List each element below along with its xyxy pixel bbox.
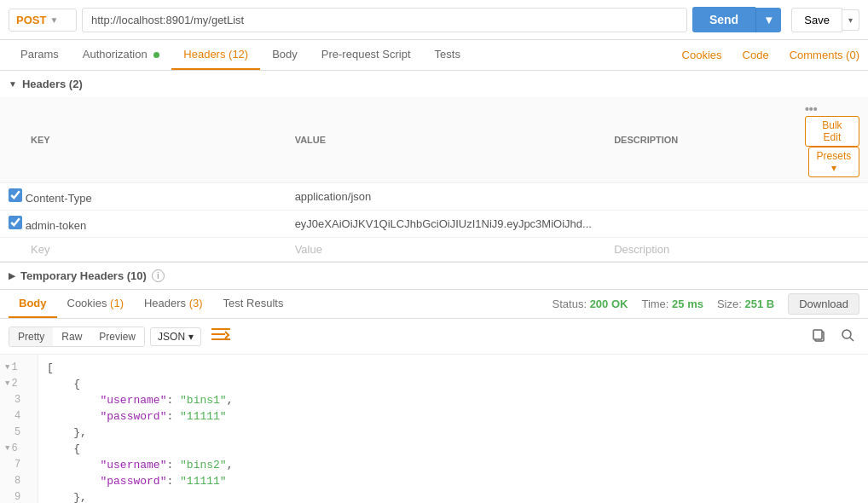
collapse-arrow[interactable]: ▼ <box>5 360 9 376</box>
collapse-arrow[interactable]: ▼ <box>5 441 9 457</box>
svg-line-6 <box>850 338 854 341</box>
placeholder-value[interactable]: Value <box>286 238 606 262</box>
bulk-edit-button[interactable]: Bulk Edit <box>805 116 859 147</box>
info-icon[interactable]: i <box>152 269 165 282</box>
save-btn-group: Save ▾ <box>791 8 859 32</box>
line-num: ▼1 <box>0 360 38 376</box>
resp-tab-test-results[interactable]: Test Results <box>213 290 294 318</box>
json-format-label: JSON <box>158 331 185 343</box>
temp-headers-section[interactable]: ▶ Temporary Headers (10) i <box>0 263 868 290</box>
send-button[interactable]: Send <box>692 7 755 32</box>
line-num: 8 <box>0 473 38 489</box>
header-row-value: application/json <box>286 183 606 211</box>
save-button[interactable]: Save <box>791 8 842 32</box>
status-label: Status: 200 OK <box>553 298 628 310</box>
collapse-arrow[interactable]: ▼ <box>5 376 9 392</box>
line-num: ▼6 <box>0 441 38 457</box>
col-desc-header: DESCRIPTION <box>605 97 796 183</box>
tab-authorization[interactable]: Authorization <box>71 40 172 70</box>
line-num: 7 <box>0 457 38 473</box>
response-body-toolbar: Pretty Raw Preview JSON ▾ <box>0 319 868 355</box>
comments-link[interactable]: Comments (0) <box>790 49 859 61</box>
save-dropdown-button[interactable]: ▾ <box>842 9 859 31</box>
tab-prerequest[interactable]: Pre-request Script <box>310 40 423 70</box>
code-line: "password": "11111" <box>47 408 859 425</box>
cookies-badge: (1) <box>110 297 124 309</box>
wrap-button[interactable] <box>206 324 235 349</box>
resp-tab-headers[interactable]: Headers (3) <box>134 290 213 318</box>
format-tab-pretty[interactable]: Pretty <box>9 327 53 346</box>
format-tab-raw[interactable]: Raw <box>53 327 90 346</box>
header-row-key: Content-Type <box>0 183 286 211</box>
placeholder-desc[interactable]: Description <box>605 238 796 262</box>
header-row-desc <box>605 183 796 211</box>
method-dropdown-arrow: ▼ <box>49 15 58 25</box>
headers-table: KEY VALUE DESCRIPTION ••• Bulk Edit Pres… <box>0 97 868 262</box>
copy-button[interactable] <box>807 326 830 348</box>
svg-rect-2 <box>211 338 230 340</box>
temp-section-label: Temporary Headers (10) <box>20 269 147 282</box>
search-icon <box>841 328 854 342</box>
copy-icon <box>812 328 825 342</box>
headers-table-header-row: KEY VALUE DESCRIPTION ••• Bulk Edit Pres… <box>0 97 868 183</box>
response-status: Status: 200 OK Time: 25 ms Size: 251 B D… <box>553 293 859 315</box>
code-line: }, <box>47 489 859 503</box>
tab-params[interactable]: Params <box>9 40 71 70</box>
line-num: 9 <box>0 489 38 503</box>
code-line: { <box>47 376 859 392</box>
header-row-key: admin-token <box>0 211 286 238</box>
line-num: ▼2 <box>0 376 38 392</box>
headers-section-title[interactable]: ▼ Headers (2) <box>0 71 868 97</box>
table-row: Content-Type application/json <box>0 183 868 211</box>
line-num: 3 <box>0 392 38 408</box>
placeholder-actions <box>796 238 868 262</box>
line-numbers: ▼1 ▼2 3 4 5 ▼6 7 8 9 ▼10 11 12 13 14 <box>0 355 38 503</box>
temp-collapse-arrow: ▶ <box>9 271 15 280</box>
header-row-value: eyJ0eXAiOiJKV1QiLCJhbGciOiJIUzI1NiJ9.eyJ… <box>286 211 606 238</box>
row1-checkbox[interactable] <box>9 188 22 202</box>
col-value-header: VALUE <box>286 97 606 183</box>
code-link[interactable]: Code <box>743 49 769 61</box>
code-line: [ <box>47 360 859 376</box>
download-button[interactable]: Download <box>788 293 859 315</box>
headers-section-label: Headers (2) <box>22 78 83 90</box>
resp-tab-cookies[interactable]: Cookies (1) <box>57 290 134 318</box>
tab-body[interactable]: Body <box>260 40 310 70</box>
size-label: Size: 251 B <box>717 298 774 310</box>
json-dropdown-arrow: ▾ <box>188 331 194 343</box>
send-btn-group: Send ▼ <box>692 7 781 32</box>
table-row: admin-token eyJ0eXAiOiJKV1QiLCJhbGciOiJI… <box>0 211 868 238</box>
tab-tests[interactable]: Tests <box>423 40 472 70</box>
resp-tab-body[interactable]: Body <box>9 290 57 318</box>
tab-headers[interactable]: Headers (12) <box>171 40 260 70</box>
time-value: 25 ms <box>672 298 703 310</box>
code-line: "username": "bins2", <box>47 457 859 473</box>
send-dropdown-button[interactable]: ▼ <box>755 8 781 32</box>
header-row-actions <box>796 183 868 211</box>
time-label: Time: 25 ms <box>641 298 703 310</box>
json-format-select[interactable]: JSON ▾ <box>150 327 201 346</box>
url-input[interactable] <box>82 8 687 32</box>
method-select[interactable]: POST ▼ <box>9 9 77 32</box>
line-num: 4 <box>0 408 38 425</box>
presets-button[interactable]: Presets ▾ <box>808 147 859 177</box>
placeholder-key[interactable]: Key <box>0 238 286 262</box>
three-dots-icon[interactable]: ••• <box>805 102 818 116</box>
code-content: [ { "username": "bins1", "password": "11… <box>38 355 868 503</box>
header-row-actions <box>796 211 868 238</box>
row2-checkbox[interactable] <box>9 216 22 229</box>
code-area: ▼1 ▼2 3 4 5 ▼6 7 8 9 ▼10 11 12 13 14 [ {… <box>0 355 868 503</box>
header-links: Cookies Code Comments (0) <box>682 42 859 68</box>
response-tabs-bar: Body Cookies (1) Headers (3) Test Result… <box>0 290 868 319</box>
format-tab-preview[interactable]: Preview <box>90 327 144 346</box>
status-value: 200 OK <box>590 298 628 310</box>
headers-section: ▼ Headers (2) KEY VALUE DESCRIPTION ••• … <box>0 71 868 263</box>
code-line: "password": "11111" <box>47 473 859 489</box>
search-button[interactable] <box>836 326 859 348</box>
col-actions-header: ••• Bulk Edit Presets ▾ <box>796 97 868 183</box>
svg-rect-4 <box>813 330 822 339</box>
headers-collapse-arrow: ▼ <box>9 79 17 89</box>
method-label: POST <box>16 14 46 26</box>
line-num: 5 <box>0 425 38 441</box>
cookies-link[interactable]: Cookies <box>682 49 722 61</box>
